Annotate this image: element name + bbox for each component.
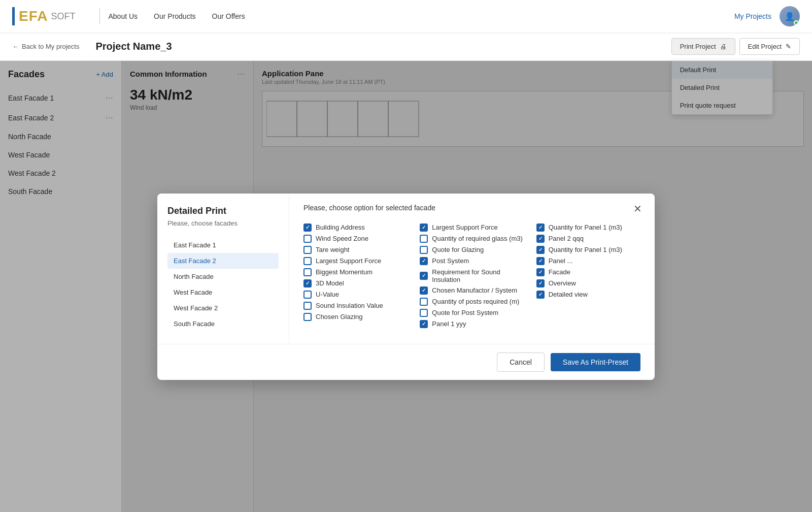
modal-body: Detailed Print Please, choose facades Ea… (157, 194, 655, 344)
header-actions: Print Project 🖨 Default Print Detailed P… (671, 38, 800, 55)
modal-right: ✕ Please, choose option for selected fac… (289, 194, 655, 344)
option-largest-support-force-2: ✓ Largest Support Force (420, 222, 524, 233)
my-projects-link[interactable]: My Projects (734, 12, 771, 20)
nav-links: About Us Our Products Our Offers (108, 12, 734, 20)
option-qty-glass: Quantity of required glass (m3) (420, 233, 524, 244)
option-qty-posts: Quantity of posts required (m) (420, 296, 524, 307)
checkbox-quote-post[interactable] (420, 309, 428, 317)
option-qty-panel-1-m3: ✓ Quantity for Panel 1 (m3) (536, 244, 640, 255)
checkbox-biggest-momentum[interactable] (303, 268, 312, 276)
pencil-icon: ✎ (786, 43, 791, 50)
back-link[interactable]: ← Back to My projects (12, 43, 79, 50)
checkbox-panel-1-yyy[interactable]: ✓ (420, 320, 428, 328)
checkbox-sound-insulation[interactable]: ✓ (420, 272, 428, 280)
modal-overlay: Detailed Print Please, choose facades Ea… (0, 61, 812, 512)
checkbox-u-value[interactable] (303, 291, 312, 299)
checkbox-tare-weight[interactable] (303, 246, 312, 254)
project-name: Project Name_3 (95, 41, 655, 52)
checkbox-quote-glazing[interactable] (420, 246, 428, 254)
printer-icon: 🖨 (720, 43, 727, 50)
option-panel-2-qqq: ✓ Panel 2 qqq (536, 233, 640, 244)
checkbox-largest-support-force[interactable] (303, 257, 312, 265)
sub-header: ← Back to My projects Project Name_3 Pri… (0, 33, 812, 61)
nav-right: My Projects 👤 (734, 6, 800, 26)
checkbox-overview[interactable]: ✓ (536, 279, 545, 287)
nav-products[interactable]: Our Products (154, 12, 195, 20)
modal-facade-east-2[interactable]: East Facade 2 (167, 253, 279, 269)
modal-facade-east-1[interactable]: East Facade 1 (167, 237, 279, 253)
nav-offers[interactable]: Our Offers (212, 12, 245, 20)
modal-title: Detailed Print (167, 206, 279, 216)
option-panel-dots: ✓ Panel ... (536, 255, 640, 267)
options-col1: ✓ Building Address Wind Speed Zone Tare … (303, 222, 408, 330)
back-arrow-icon: ← (12, 43, 19, 50)
checkbox-qty-panel-1-m3[interactable]: ✓ (536, 246, 545, 254)
checkbox-manufactor[interactable]: ✓ (420, 286, 428, 295)
option-biggest-momentum: Biggest Momentum (303, 267, 408, 278)
nav-about[interactable]: About Us (108, 12, 138, 20)
checkbox-qty-panel-1[interactable]: ✓ (536, 223, 545, 232)
checkbox-detailed-view[interactable]: ✓ (536, 291, 545, 299)
option-facade: ✓ Facade (536, 267, 640, 278)
option-sound-insulation-value: Sound Insulation Value (303, 300, 408, 311)
option-panel-1-yyy: ✓ Panel 1 yyy (420, 318, 524, 330)
option-largest-support-force: Largest Support Force (303, 255, 408, 267)
modal-footer: Cancel Save As Print-Preset (157, 344, 655, 380)
checkbox-3d-model[interactable]: ✓ (303, 279, 312, 287)
options-col2: ✓ Largest Support Force Quantity of requ… (420, 222, 524, 330)
modal-left-subtitle: Please, choose facades (167, 219, 279, 227)
checkbox-qty-glass[interactable] (420, 235, 428, 243)
modal-facade-north[interactable]: North Facade (167, 269, 279, 284)
nav-divider (99, 8, 100, 24)
option-3d-model: ✓ 3D Model (303, 278, 408, 289)
option-sound-insulation: ✓ Requirement for Sound Insulation (420, 267, 524, 285)
option-quote-post: Quote for Post System (420, 307, 524, 318)
close-modal-button[interactable]: ✕ (630, 202, 645, 216)
main-layout: Facades + Add East Facade 1 ⋯ East Facad… (0, 61, 812, 512)
modal-right-subtitle: Please, choose option for selected facad… (303, 204, 640, 212)
back-label: Back to My projects (22, 43, 79, 50)
modal-facade-west[interactable]: West Facade (167, 284, 279, 300)
checkbox-largest-support-force-2[interactable]: ✓ (420, 223, 428, 232)
checkbox-post-system[interactable]: ✓ (420, 257, 428, 265)
option-manufactor: ✓ Chosen Manufactor / System (420, 285, 524, 296)
print-project-button[interactable]: Print Project 🖨 (671, 38, 735, 55)
option-building-address: ✓ Building Address (303, 222, 408, 233)
option-wind-speed-zone: Wind Speed Zone (303, 233, 408, 244)
option-overview: ✓ Overview (536, 278, 640, 289)
logo-area: EFA SOFT (12, 7, 75, 25)
edit-project-button[interactable]: Edit Project ✎ (739, 38, 800, 55)
checkbox-qty-posts[interactable] (420, 298, 428, 306)
logo-soft: SOFT (51, 11, 75, 22)
cancel-button[interactable]: Cancel (497, 353, 545, 372)
options-col3: ✓ Quantity for Panel 1 (m3) ✓ Panel 2 qq… (536, 222, 640, 330)
checkbox-panel-dots[interactable]: ✓ (536, 257, 545, 265)
option-quote-glazing: Quote for Glazing (420, 244, 524, 255)
edit-project-label: Edit Project (748, 43, 782, 50)
checkbox-chosen-glazing[interactable] (303, 313, 312, 321)
logo-bar-accent (12, 7, 15, 25)
option-detailed-view: ✓ Detailed view (536, 289, 640, 300)
checkbox-panel-2-qqq[interactable]: ✓ (536, 235, 545, 243)
modal-facade-west-2[interactable]: West Facade 2 (167, 300, 279, 316)
options-grid: ✓ Building Address Wind Speed Zone Tare … (303, 222, 640, 330)
detailed-print-modal: Detailed Print Please, choose facades Ea… (157, 194, 655, 380)
modal-left: Detailed Print Please, choose facades Ea… (157, 194, 289, 344)
checkbox-sound-insulation-value[interactable] (303, 302, 312, 310)
online-status-dot (794, 20, 799, 25)
checkbox-facade[interactable]: ✓ (536, 268, 545, 276)
avatar[interactable]: 👤 (780, 6, 800, 26)
option-tare-weight: Tare weight (303, 244, 408, 255)
save-print-preset-button[interactable]: Save As Print-Preset (551, 353, 640, 371)
top-navigation: EFA SOFT About Us Our Products Our Offer… (0, 0, 812, 33)
modal-facade-south[interactable]: South Facade (167, 316, 279, 332)
option-chosen-glazing: Chosen Glazing (303, 311, 408, 323)
print-project-label: Print Project (680, 43, 716, 50)
option-post-system: ✓ Post System (420, 255, 524, 267)
checkbox-building-address[interactable]: ✓ (303, 223, 312, 232)
checkbox-wind-speed-zone[interactable] (303, 235, 312, 243)
logo-efa: EFA (19, 8, 48, 24)
option-qty-panel-1: ✓ Quantity for Panel 1 (m3) (536, 222, 640, 233)
option-u-value: U-Value (303, 289, 408, 300)
